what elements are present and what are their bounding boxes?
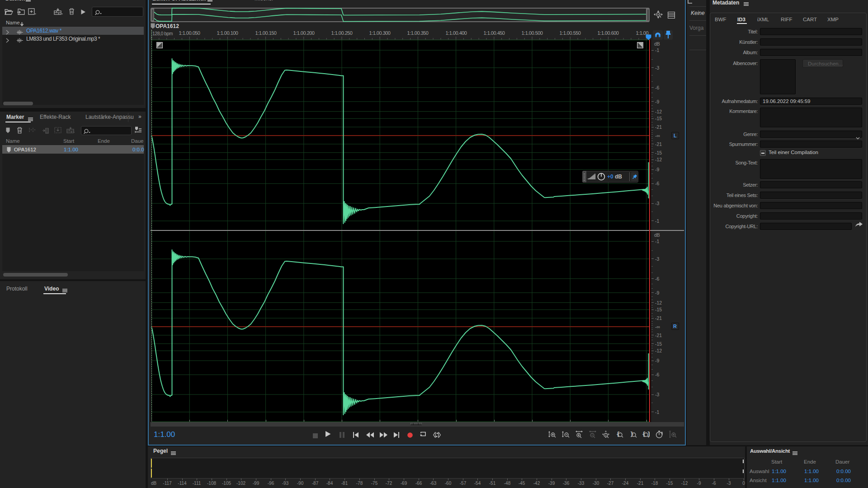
- svg-text:❴❵: ❴❵: [642, 431, 650, 437]
- svg-text:❴: ❴: [616, 431, 621, 437]
- svg-text:❵: ❵: [629, 431, 634, 437]
